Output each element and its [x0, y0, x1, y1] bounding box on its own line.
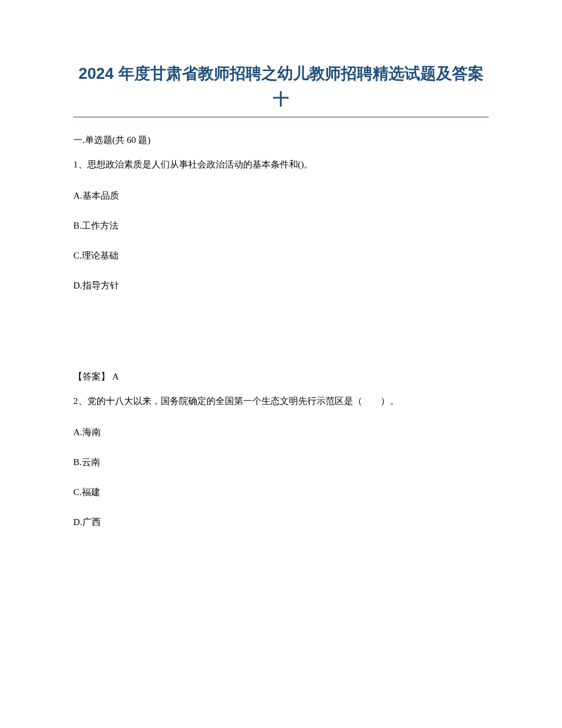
question-1-answer: 【答案】 A	[73, 371, 489, 383]
question-2-option-d: D.广西	[73, 517, 489, 528]
section-header: 一.单选题(共 60 题)	[73, 134, 489, 146]
question-1-option-d: D.指导方针	[73, 280, 489, 292]
question-2-option-a: A.海南	[73, 427, 489, 438]
title-divider	[73, 117, 489, 117]
question-1-option-a: A.基本品质	[73, 190, 489, 202]
question-1-text: 1、思想政治素质是人们从事社会政治活动的基本条件和()。	[73, 157, 489, 172]
question-1-option-b: B.工作方法	[73, 220, 489, 232]
question-2-option-b: B.云南	[73, 457, 489, 468]
page-title: 2024 年度甘肃省教师招聘之幼儿教师招聘精选试题及答案十	[73, 61, 489, 112]
question-1-option-c: C.理论基础	[73, 250, 489, 262]
question-2-text: 2、党的十八大以来，国务院确定的全国第一个生态文明先行示范区是（ ）。	[73, 394, 489, 408]
question-2-option-c: C.福建	[73, 487, 489, 498]
document-page: 2024 年度甘肃省教师招聘之幼儿教师招聘精选试题及答案十 一.单选题(共 60…	[0, 0, 562, 583]
